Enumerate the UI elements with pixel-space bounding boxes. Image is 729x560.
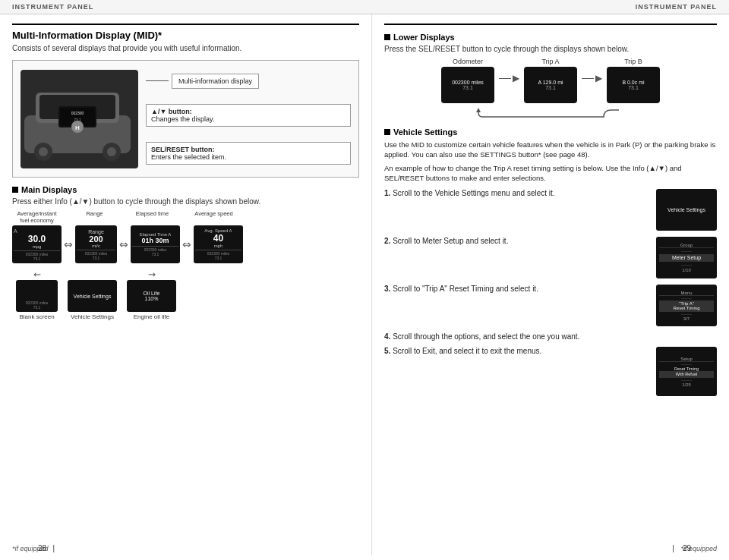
label-range: Range <box>74 210 115 224</box>
screen-tripb: B 0.0c mi 73.1 <box>607 67 660 103</box>
step-1-screen: Vehicle Settings <box>656 189 717 231</box>
car-illustration: 002300 73.1 H <box>21 70 138 168</box>
button2-label: SEL/RESET button: <box>151 146 346 153</box>
main-displays-title: Main Displays <box>21 185 77 194</box>
right-column: Lower Displays Press the SEL/RESET butto… <box>372 14 729 555</box>
step-3-text: 3. Scroll to "Trip A" Reset Timing and s… <box>384 285 650 293</box>
arrow-icon-2: ⇔ <box>119 238 128 250</box>
diag-arrow-up: ↙ <box>30 269 43 282</box>
left-section-desc: Consists of several displays that provid… <box>12 44 359 52</box>
button1-label-box: ▲/▼ button: Changes the display. <box>146 104 351 127</box>
screen-range: Range 200 mi/c 002300 miles73.1 <box>75 225 117 263</box>
lower-label-tripb: Trip B <box>624 58 642 65</box>
lower-label-odo: Odometer <box>453 58 483 65</box>
lower-label-tripa: Trip A <box>541 58 559 65</box>
screen-tripa: A 129.0 mi 73.1 <box>524 67 577 103</box>
step-1-text: 1. Scroll to the Vehicle Settings menu a… <box>384 189 650 197</box>
button2-label-box: SEL/RESET button: Enters the selected it… <box>146 142 351 165</box>
step-5-row: 5. Scroll to Exit, and select it to exit… <box>384 347 717 396</box>
square-icon <box>12 187 18 193</box>
arrow-icon-3: ⇔ <box>182 238 191 250</box>
square-icon-2 <box>384 34 390 40</box>
step-4-text: 4. Scroll through the options, and selec… <box>384 332 717 341</box>
step-2-row: 2. Scroll to Meter Setup and select it. … <box>384 237 717 278</box>
step-2-text: 2. Scroll to Meter Setup and select it. <box>384 237 650 245</box>
screen-oil-life: Oil Life110% <box>127 280 176 312</box>
back-arrow-area <box>384 106 717 120</box>
left-page-num: 28 | <box>38 544 55 552</box>
label-oil-life: Engine oil life <box>134 313 170 320</box>
oil-area: ↘ Oil Life110% Engine oil life <box>123 269 180 320</box>
vehicle-settings-header: Vehicle Settings <box>384 127 717 137</box>
step-1-row: 1. Scroll to the Vehicle Settings menu a… <box>384 189 717 231</box>
step-2-screen: Group ──── Meter Setup ──── 1/10 <box>656 237 717 278</box>
screen-odo: 002300 miles 73.1 <box>441 67 494 103</box>
screen-vehicle-settings: Vehicle Settings <box>68 280 117 312</box>
main-displays-desc: Press either Info (▲/▼) button to cycle … <box>12 197 359 206</box>
diag-arrow-down: ↘ <box>145 269 158 282</box>
svg-point-10 <box>107 147 116 156</box>
button2-desc: Enters the selected item. <box>151 153 346 161</box>
screen-row-1: A 30.0 mpg 002300 miles73.1 ⇔ Range 200 … <box>12 225 359 263</box>
label-avg-fuel: Average/instantfuel economy <box>12 210 62 224</box>
screen-fuel-economy: A 30.0 mpg 002300 miles73.1 <box>12 225 62 263</box>
left-section-title: Multi-Information Display (MID)* <box>12 30 359 41</box>
header-right-title: INSTRUMENT PANEL <box>636 3 717 11</box>
lower-displays-header: Lower Displays <box>384 33 717 42</box>
right-page-num: | 29 <box>672 544 691 552</box>
svg-text:H: H <box>75 124 80 131</box>
step-5-screen: Setup ──── Reset Timing With Refuel ────… <box>656 347 717 396</box>
label-row-1: Average/instantfuel economy Range Elapse… <box>12 210 359 224</box>
button1-desc: Changes the display. <box>151 115 346 123</box>
label-elapsed: Elapsed time <box>128 210 177 224</box>
svg-marker-13 <box>476 108 481 112</box>
arrow-icon-1: ⇔ <box>64 238 73 250</box>
diag-arrows-area: ↙ 002300 miles73.1 Blank screen <box>12 269 62 320</box>
mid-label: Multi-information display <box>146 74 351 89</box>
lower-col-tripb: Trip B B 0.0c mi 73.1 <box>607 58 660 103</box>
header-left-title: INSTRUMENT PANEL <box>12 3 93 11</box>
step-5-text: 5. Scroll to Exit, and select it to exit… <box>384 347 650 355</box>
vs-para2: An example of how to change the Trip A r… <box>384 163 717 184</box>
mid-label-text: Multi-information display <box>172 74 259 89</box>
page-header: INSTRUMENT PANEL INSTRUMENT PANEL <box>0 0 729 14</box>
left-column: Multi-Information Display (MID)* Consist… <box>0 14 372 555</box>
arrow-right-2: ▶ <box>582 73 602 83</box>
svg-point-8 <box>39 147 48 156</box>
diagram-labels: Multi-information display ▲/▼ button: Ch… <box>138 74 351 165</box>
lower-displays-row: Odometer 002300 miles 73.1 ▶ Trip A A 12… <box>384 58 717 103</box>
button1-label: ▲/▼ button: <box>151 108 346 115</box>
square-icon-3 <box>384 129 390 135</box>
step-3-screen: Menu ──── "Trip A"Reset Timing ──── 3/7 <box>656 285 717 326</box>
vehicle-settings-title: Vehicle Settings <box>393 127 457 137</box>
page-body: Multi-Information Display (MID)* Consist… <box>0 14 729 555</box>
vs-area: Vehicle Settings Vehicle Settings <box>64 280 121 320</box>
label-avg-speed: Average speed <box>189 210 238 224</box>
display-row-2: ↙ 002300 miles73.1 Blank screen Vehicle … <box>12 266 359 320</box>
lower-displays-desc: Press the SEL/RESET button to cycle thro… <box>384 45 717 53</box>
mid-diagram-box: 002300 73.1 H Multi-information display <box>12 60 359 178</box>
vs-para1: Use the MID to customize certain vehicle… <box>384 140 717 160</box>
display-row-1-labels: Average/instantfuel economy Range Elapse… <box>12 210 359 263</box>
screen-blank: 002300 miles73.1 <box>16 280 58 312</box>
screen-avg-speed: Avg. Speed A 40 mph 002300 miles73.1 <box>194 225 243 263</box>
arrow-right-1: ▶ <box>499 73 519 83</box>
lower-displays-title: Lower Displays <box>393 33 455 42</box>
lower-col-odo: Odometer 002300 miles 73.1 <box>441 58 494 103</box>
step-4-row: 4. Scroll through the options, and selec… <box>384 332 717 341</box>
screen-elapsed: Elapsed Time A 01h 30m 002300 miles73.1 <box>131 225 180 263</box>
svg-text:002300: 002300 <box>71 111 84 115</box>
main-displays-header: Main Displays <box>12 185 359 194</box>
lower-col-tripa: Trip A A 129.0 mi 73.1 <box>524 58 577 103</box>
label-blank: Blank screen <box>19 313 54 320</box>
label-vehicle-settings: Vehicle Settings <box>71 313 114 320</box>
step-3-row: 3. Scroll to "Trip A" Reset Timing and s… <box>384 285 717 326</box>
